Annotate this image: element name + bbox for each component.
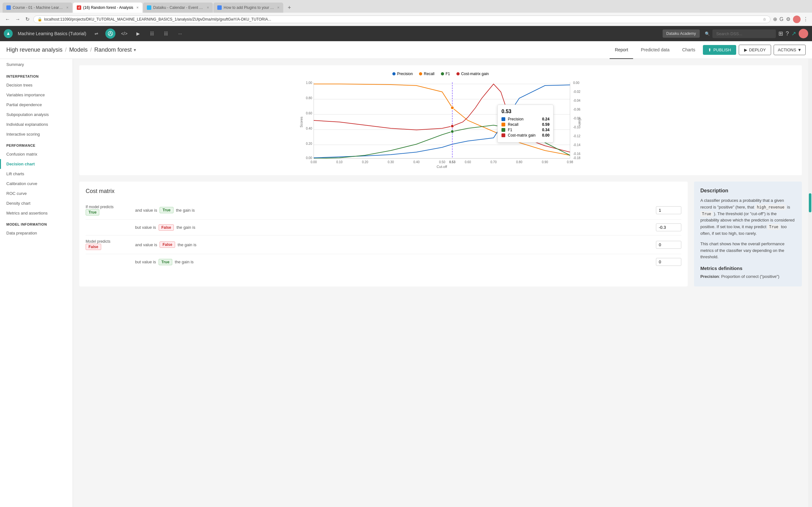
svg-text:0.60: 0.60 — [465, 160, 471, 164]
sidebar-item-decision-trees[interactable]: Decision trees — [0, 80, 72, 90]
svg-text:0.80: 0.80 — [306, 96, 312, 100]
star-icon[interactable]: ☆ — [763, 17, 766, 21]
tab-close-2[interactable]: × — [136, 5, 139, 10]
tooltip-value-cost-matrix: 0.00 — [542, 133, 549, 137]
sidebar-item-interactive-scoring[interactable]: Interactive scoring — [0, 129, 72, 139]
sidebar-item-subpopulation-analysis[interactable]: Subpopulation analysis — [0, 110, 72, 119]
more-icon[interactable]: ··· — [175, 29, 185, 39]
code-high-revenue: high_revenue — [755, 205, 786, 210]
description-paragraph-2: This chart shows how the overall perform… — [700, 241, 796, 261]
tab-favicon-4 — [217, 5, 222, 10]
sidebar-item-decision-chart[interactable]: Decision chart — [0, 159, 72, 169]
tab-charts[interactable]: Charts — [677, 41, 700, 59]
description-paragraph-1: A classifier produces a probability that… — [700, 198, 796, 237]
sidebar-section-interpretation: INTERPRETATION — [0, 70, 72, 80]
sidebar-item-roc-curve[interactable]: ROC curve — [0, 188, 72, 199]
sidebar-item-summary[interactable]: Summary — [0, 59, 72, 70]
sidebar-item-partial-dependence[interactable]: Partial dependence — [0, 100, 72, 110]
tooltip-row-recall: Recall 0.59 — [502, 122, 549, 127]
but-value-badge-4: True — [159, 259, 172, 265]
tab-close-3[interactable]: × — [207, 5, 209, 10]
tab-4[interactable]: How to add Plugins to your Da... × — [213, 3, 283, 13]
sidebar-section-performance: PERFORMANCE — [0, 139, 72, 149]
page-header-right: Report Predicted data Charts ⬆ PUBLISH ▶… — [610, 41, 806, 59]
svg-point-46 — [451, 130, 454, 133]
legend-dot-precision — [392, 72, 396, 75]
tooltip-label-cost-matrix: Cost-matrix gain — [508, 133, 540, 137]
search-icon: 🔍 — [705, 32, 710, 36]
run-icon[interactable]: ▶ — [133, 29, 143, 39]
model-predicts-label-1: If model predicts — [86, 205, 113, 209]
table-icon[interactable]: ☷ — [147, 29, 157, 39]
svg-text:0.20: 0.20 — [362, 160, 368, 164]
extension-icon-1[interactable]: ⊕ — [773, 16, 777, 22]
back-button[interactable]: ← — [4, 16, 11, 23]
metrics-definitions-title: Metrics definitions — [700, 266, 796, 271]
svg-text:0.70: 0.70 — [490, 160, 497, 164]
grid-icon[interactable]: ☷ — [161, 29, 171, 39]
svg-text:0.80: 0.80 — [516, 160, 522, 164]
sidebar-item-metrics-assertions[interactable]: Metrics and assertions — [0, 208, 72, 218]
legend-f1: F1 — [441, 72, 450, 76]
notifications-icon[interactable]: ↗ — [792, 30, 796, 37]
browser-nav-icons: ⊕ G ⚙ ⋮ — [773, 15, 808, 23]
sidebar-item-individual-explanations[interactable]: Individual explanations — [0, 119, 72, 129]
matrix-row-3: Model predicts False and value is False … — [86, 235, 681, 254]
tab-1[interactable]: Course - 01 - Machine Learnin... × — [3, 3, 72, 13]
lock-icon: 🔒 — [38, 17, 42, 21]
tooltip-color-recall — [502, 123, 505, 126]
address-bar[interactable]: 🔒 localhost:11090/projects/DKU_TUTORIAL_… — [33, 15, 770, 23]
sidebar-item-density-chart[interactable]: Density chart — [0, 199, 72, 208]
tab-close-4[interactable]: × — [277, 5, 280, 10]
gain-input-4[interactable] — [656, 258, 681, 266]
tab-predicted-data[interactable]: Predicted data — [636, 41, 674, 59]
app-logo — [4, 29, 13, 38]
settings-icon[interactable]: ⚙ — [786, 16, 791, 22]
svg-text:-0.12: -0.12 — [573, 134, 580, 138]
forward-button[interactable]: → — [14, 16, 21, 23]
sidebar: Summary INTERPRETATION Decision trees Va… — [0, 59, 73, 507]
sidebar-item-lift-charts[interactable]: Lift charts — [0, 169, 72, 179]
sidebar-item-confusion-matrix[interactable]: Confusion matrix — [0, 149, 72, 159]
gain-input-2[interactable] — [656, 223, 681, 231]
grid-apps-icon[interactable]: ⊞ — [778, 30, 783, 37]
dataiku-academy-button[interactable]: Dataiku Academy — [663, 30, 700, 38]
breadcrumb-project[interactable]: High revenue analysis — [6, 47, 62, 53]
analysis-icon[interactable] — [105, 29, 115, 39]
and-value-label-1: and value is — [135, 208, 157, 213]
model-dropdown[interactable]: Random forest ▼ — [94, 47, 137, 53]
search-input[interactable] — [712, 30, 776, 38]
code-icon[interactable]: </> — [119, 29, 130, 39]
performance-chart[interactable]: 1.00 0.80 0.60 0.40 0.20 0.00 0.00 -0.02… — [86, 79, 796, 168]
sidebar-item-variables-importance[interactable]: Variables importance — [0, 90, 72, 100]
gain-input-3[interactable] — [656, 241, 681, 249]
svg-text:0.40: 0.40 — [306, 127, 312, 130]
sidebar-item-calibration-curve[interactable]: Calibration curve — [0, 179, 72, 188]
tab-close-1[interactable]: × — [66, 5, 68, 10]
tab-report[interactable]: Report — [610, 41, 633, 59]
scrollbar-thumb[interactable] — [809, 193, 811, 212]
publish-button[interactable]: ⬆ PUBLISH — [703, 45, 736, 55]
gain-input-1[interactable] — [656, 206, 681, 214]
user-avatar[interactable] — [793, 15, 801, 23]
user-avatar-header[interactable] — [799, 29, 808, 38]
breadcrumb-sep-1: / — [65, 47, 67, 53]
breadcrumb-models[interactable]: Models — [69, 47, 88, 53]
flow-icon[interactable]: ⇌ — [91, 29, 101, 39]
menu-icon[interactable]: ⋮ — [803, 16, 808, 22]
tab-2[interactable]: d (16) Random forest - Analysis × — [73, 3, 142, 13]
refresh-button[interactable]: ↻ — [24, 15, 31, 23]
help-icon[interactable]: ? — [786, 31, 789, 37]
sidebar-item-data-preparation[interactable]: Data preparation — [0, 228, 72, 238]
svg-text:0.40: 0.40 — [413, 160, 420, 164]
deploy-button[interactable]: ▶ DEPLOY — [739, 45, 771, 55]
tab-3[interactable]: Dataiku - Calendar - Event det... × — [143, 3, 213, 13]
tooltip-row-precision: Precision 0.24 — [502, 117, 549, 121]
extension-icon-2[interactable]: G — [780, 16, 783, 22]
breadcrumb: High revenue analysis / Models / Random … — [6, 47, 137, 53]
new-tab-button[interactable]: + — [285, 4, 294, 11]
scrollbar[interactable] — [808, 59, 812, 507]
chart-svg-wrapper[interactable]: 1.00 0.80 0.60 0.40 0.20 0.00 0.00 -0.02… — [86, 79, 796, 169]
actions-button[interactable]: ACTIONS ▼ — [774, 45, 806, 55]
precision-bold: Precision — [700, 274, 719, 279]
